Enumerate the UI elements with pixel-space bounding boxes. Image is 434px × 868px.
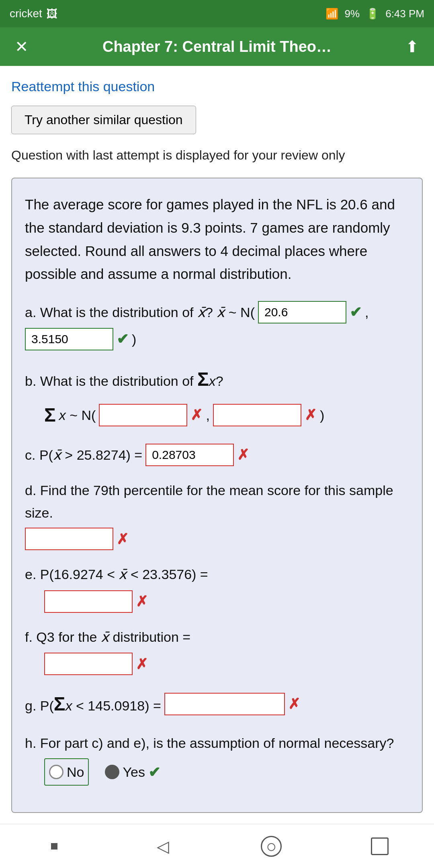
back-icon: ◁ [157,837,169,856]
part-d-label: d. Find the 79th percentile for the mean… [25,479,409,524]
part-a: a. What is the distribution of x̄? x̄ ~ … [25,300,409,351]
part-b-close: ) [320,404,324,426]
part-g-input[interactable] [164,693,285,715]
part-h: h. For part c) and e), is the assumption… [25,732,409,786]
part-e-cross: ✗ [136,590,148,613]
share-button[interactable]: ⬆ [400,37,424,56]
battery-level: 9% [345,8,360,20]
part-g-label: g. P(Σx < 145.0918) = [25,688,161,720]
recents-icon [371,837,389,855]
main-content: Reattempt this question Try another simi… [0,66,434,829]
part-b-sigma: Σ [44,399,56,431]
part-b-label: b. What is the distribution of Σx? [25,363,223,395]
wifi-icon: 📶 [326,8,338,20]
radio-yes-label[interactable]: Yes [123,761,145,783]
part-d: d. Find the 79th percentile for the mean… [25,479,409,551]
time: 6:43 PM [385,8,424,20]
part-a-input1[interactable] [258,301,346,323]
part-a-check1: ✔ [350,300,362,324]
status-left: cricket 🖼 [10,7,57,20]
part-g: g. P(Σx < 145.0918) = ✗ [25,688,409,720]
status-right: 📶 9% 🔋 6:43 PM [326,8,424,20]
reattempt-link[interactable]: Reattempt this question [11,79,423,94]
nav-back-button[interactable]: ◁ [139,830,187,862]
part-e-label: e. P(16.9274 < x̄ < 23.3576) = [25,563,208,585]
part-a-close: ) [132,328,136,350]
part-a-input2[interactable] [25,328,113,350]
question-box: The average score for games played in th… [11,178,423,813]
part-h-label: h. For part c) and e), is the assumption… [25,732,394,754]
part-c-label: c. P(x̄ > 25.8274) = [25,444,142,466]
part-c: c. P(x̄ > 25.8274) = ✗ [25,443,409,467]
radio-no-label[interactable]: No [67,761,84,783]
nav-recents-button[interactable] [356,830,404,862]
nav-home-button[interactable]: ○ [247,830,295,862]
app-header: ✕ Chapter 7: Central Limit Theo… ⬆ [0,27,434,66]
part-f-cross: ✗ [136,652,148,676]
radio-no-circle[interactable] [49,765,63,779]
part-e-input[interactable] [44,590,133,613]
status-bar: cricket 🖼 📶 9% 🔋 6:43 PM [0,0,434,27]
app-icon: 🖼 [46,7,57,20]
part-d-input[interactable] [25,528,113,550]
home-icon: ○ [261,836,282,857]
review-notice: Question with last attempt is displayed … [11,145,423,165]
part-f-input[interactable] [44,653,133,675]
part-f: f. Q3 for the x̄ distribution = ✗ [25,626,409,676]
part-b-comma: , [206,404,209,426]
part-c-input[interactable] [145,444,234,466]
question-text: The average score for games played in th… [25,193,409,286]
try-similar-button[interactable]: Try another similar question [11,106,196,134]
part-c-cross: ✗ [237,443,249,467]
close-button[interactable]: ✕ [10,37,34,56]
part-b-cross1: ✗ [190,403,203,427]
part-d-cross: ✗ [117,527,129,551]
radio-yes-circle[interactable] [105,765,119,779]
radio-no-box: No [44,758,89,786]
app-name: cricket [10,7,42,20]
part-h-check: ✔ [148,760,160,784]
part-g-cross: ✗ [288,692,300,716]
page-title: Chapter 7: Central Limit Theo… [42,38,392,55]
part-b-input1[interactable] [99,404,187,426]
part-f-label: f. Q3 for the x̄ distribution = [25,626,190,648]
part-b-x: x ~ N( [59,404,96,426]
battery-icon: 🔋 [366,8,379,20]
nav-small-square [30,830,78,862]
part-a-check2: ✔ [117,327,129,351]
part-b-cross2: ✗ [305,403,317,427]
part-a-comma: , [365,301,368,323]
part-a-label: a. What is the distribution of x̄? x̄ ~ … [25,301,255,323]
small-square-icon [51,843,57,850]
part-b: b. What is the distribution of Σx? Σ x ~… [25,363,409,431]
part-b-input2[interactable] [213,404,301,426]
part-e: e. P(16.9274 < x̄ < 23.3576) = ✗ [25,563,409,613]
nav-bar: ◁ ○ [0,824,434,868]
